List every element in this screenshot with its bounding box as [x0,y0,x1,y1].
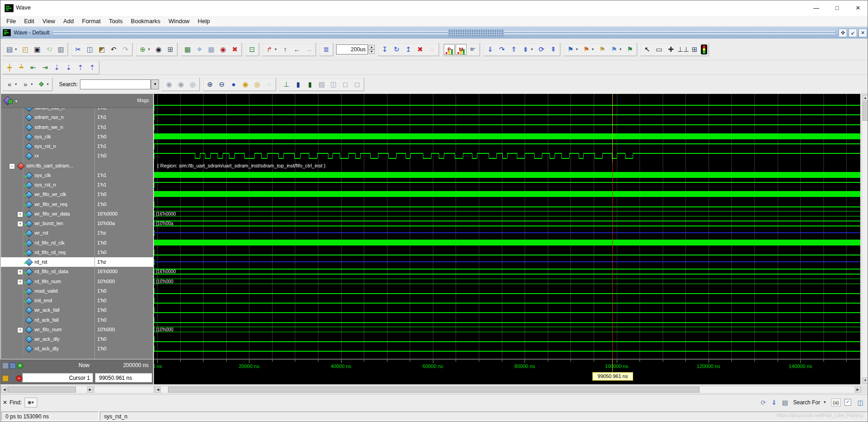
open-button[interactable]: ◰ [20,44,31,55]
wave-low-rd_fifo_rd_req[interactable] [154,255,860,255]
scroll-up-icon[interactable]: ▲ [863,95,868,101]
close-button[interactable]: ✕ [848,0,868,15]
dropdown-arrow-icon[interactable]: ▾ [148,47,152,51]
scroll-right-icon[interactable]: ▶ [87,387,93,393]
signal-row-sdram_we_n[interactable]: sdram_we_n1'h1 [1,123,153,132]
wave-low-wr_ack_fall[interactable] [154,312,860,313]
next-rising-edge-button[interactable]: ⇡ [87,62,98,73]
next-falling-edge-button[interactable]: ⇣ [63,62,74,73]
signal-row-rd_fifo_num[interactable]: +rd_fifo_num10'h000 [1,277,153,286]
pane-sash[interactable] [53,31,835,35]
signal-row-sys_rst_n[interactable]: sys_rst_n1'h1 [1,180,153,190]
expand-icon[interactable]: + [17,211,23,217]
edit-grid-button[interactable]: ⊞ [689,44,700,55]
wave-high-sys_rst_n[interactable] [154,143,860,144]
locate-button[interactable]: ◉ [218,44,228,55]
wave-scroll-thumb[interactable] [168,387,699,393]
wave-high-sdram_we_n[interactable] [154,124,860,125]
expanded-time-off-button[interactable]: ▨ [316,79,327,90]
combine-signals-button[interactable]: ❖ [36,79,47,90]
add-wave-button[interactable]: ⊕ [137,44,148,55]
dropdown-arrow-icon[interactable]: ▾ [15,47,19,51]
prev-edge-button[interactable]: ⇟ [520,44,531,55]
dropdown-arrow-icon[interactable]: ▾ [31,82,35,86]
find-button[interactable]: ◉ [153,44,164,55]
paste-time-button[interactable]: » [20,79,31,90]
link-button[interactable]: ⊡ [247,44,258,55]
next-event-button[interactable]: ⇑ [508,44,519,55]
signal-row-read_valid[interactable]: read_valid1'h0 [1,286,153,296]
names-scrollbar[interactable]: ◀ ▶ [0,386,94,393]
sort-icon[interactable] [2,363,9,369]
traffic-light-button[interactable] [701,44,707,54]
find-checkbox[interactable]: ✓ [844,399,851,406]
back-button[interactable]: ← [292,44,303,55]
signal-row-rd_fifo_rd_data[interactable]: +rd_fifo_rd_data16'h0000 [1,267,153,276]
cursor-value[interactable]: 99050.961 ns [95,373,152,383]
wave-low-rd_ack_fall[interactable] [154,322,860,323]
copy-button[interactable]: ◫ [84,44,95,55]
print-button[interactable]: ▥ [55,44,66,55]
wave-bus-bottom[interactable] [154,332,860,333]
find-down-icon[interactable]: ⇓ [769,397,779,407]
menu-tools[interactable]: Tools [105,16,127,26]
vertical-scrollbar[interactable]: ▲ ▼ [862,94,868,384]
search-reverse-button[interactable]: ◉ [164,79,174,90]
next-edge-button[interactable]: ⇞ [548,44,559,55]
sash-grip[interactable] [448,29,504,37]
spin-down-icon[interactable]: ▼ [368,49,375,54]
wrench-icon[interactable]: ╱ [10,375,15,381]
wave-bus-top[interactable] [154,269,860,270]
timeline-scale[interactable]: 0 ns20000 ns40000 ns60000 ns80000 ns1000… [154,359,860,372]
search-forward-button[interactable]: ◉ [175,79,186,90]
redo-button[interactable]: ↷ [120,44,131,55]
dropdown-arrow-icon[interactable]: ▾ [620,47,624,51]
edit-bookmark-button[interactable]: ⚑ [597,44,608,55]
wizard-button[interactable]: ✧ [194,44,205,55]
signal-row-wr_fifo_wr_clk[interactable]: wr_fifo_wr_clk1'h0 [1,190,153,199]
collapse-icon[interactable]: − [9,163,15,169]
signal-row-rd_fifo_rd_req[interactable]: rd_fifo_rd_req1'h0 [1,248,153,257]
waveform-canvas[interactable]: ( Region: sim:/tb_uart_sdram/uart_sdram_… [154,94,860,384]
find-close-icon[interactable]: ✕ [0,399,10,406]
forward-button[interactable]: → [303,44,314,55]
time-step-spinner[interactable]: 200us ▲▼ [336,44,375,54]
spinner-arrows[interactable]: ▲▼ [368,45,375,54]
menu-window[interactable]: Window [164,16,193,26]
rewind-button[interactable]: ↷ [496,44,507,55]
expanded-time-event-button[interactable]: ▮ [304,79,315,90]
menu-view[interactable]: View [38,16,59,26]
menu-add[interactable]: Add [59,16,78,26]
performance-profile-button[interactable]: P [444,44,455,55]
signal-row-sys_clk[interactable]: sys_clk1'h1 [1,171,153,180]
scroll-down-icon[interactable]: ▼ [863,378,868,383]
add-bookmark-button[interactable]: ⚑ [565,44,576,55]
wave-low-rd_ack_dly[interactable] [154,351,860,352]
zoom-mode-button[interactable]: ▭ [654,44,665,55]
zoom-out-button[interactable]: ⊖ [216,79,227,90]
signal-row-wr_fifo_num[interactable]: +wr_fifo_num10'h000 [1,325,153,334]
search-dropdown-icon[interactable]: ▼ [151,79,159,89]
search-for-dropdown-icon[interactable]: ▼ [823,400,827,404]
collapse-range-button[interactable]: ◻ [340,79,351,90]
undo-button[interactable]: ↶ [108,44,119,55]
paste-button[interactable]: ◩ [96,44,107,55]
menu-bookmarks[interactable]: Bookmarks [127,16,164,26]
break-button[interactable]: ✖ [415,44,426,55]
dropdown-arrow-icon[interactable]: ▾ [592,47,596,51]
signal-row-wr_rst[interactable]: wr_rst1'hz [1,228,153,238]
expand-icon[interactable]: + [17,279,23,285]
wave-bus-top[interactable] [154,221,860,221]
signal-row-sys_rst_n[interactable]: sys_rst_n1'h1 [1,142,153,151]
zoom-range-button[interactable]: ◎ [252,79,263,90]
name-value-divider[interactable] [94,94,95,359]
delete-cursor-button[interactable]: ┷ [16,62,27,73]
run-button[interactable]: ↧ [379,44,390,55]
pane-move-button[interactable]: ✜ [838,29,847,37]
wave-bus-top[interactable] [154,327,860,328]
prev-event-button[interactable]: ⇓ [485,44,496,55]
next-transition-button[interactable]: ⇥ [40,62,50,73]
wave-clock-rd_fifo_rd_clk[interactable] [154,240,860,245]
memory-grid-button[interactable]: ▦ [206,44,217,55]
goto-bookmark-button[interactable]: ⚑ [625,44,635,55]
